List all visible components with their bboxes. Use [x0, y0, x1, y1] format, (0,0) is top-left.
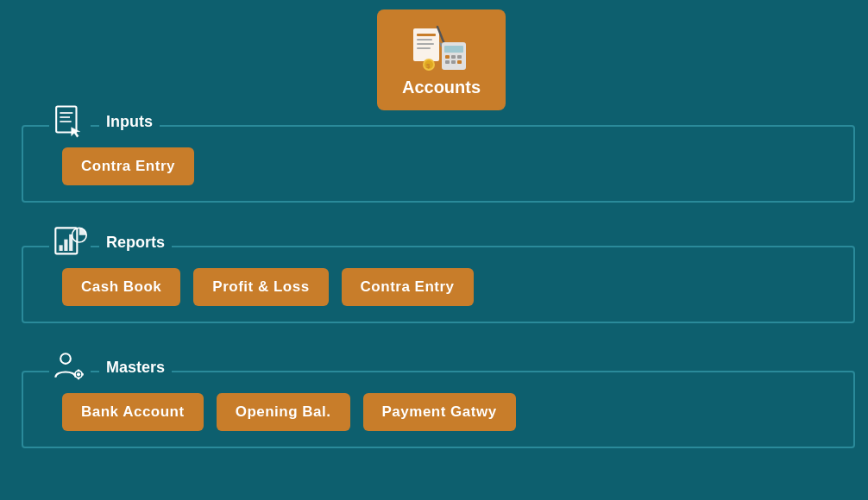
svg-rect-1 [417, 34, 436, 36]
masters-section-header: Masters [49, 355, 172, 388]
accounts-icon: $ [412, 22, 472, 74]
svg-rect-9 [445, 55, 450, 59]
svg-text:$: $ [426, 62, 431, 70]
payment-gateway-button[interactable]: Payment Gatwy [363, 393, 516, 431]
opening-bal-button[interactable]: Opening Bal. [217, 393, 350, 431]
inputs-buttons-container: Contra Entry [62, 147, 194, 185]
svg-rect-12 [445, 60, 450, 64]
svg-rect-2 [417, 39, 432, 41]
svg-rect-8 [444, 46, 463, 53]
svg-rect-31 [78, 370, 80, 372]
masters-buttons-container: Bank Account Opening Bal. Payment Gatwy [62, 393, 516, 431]
inputs-section-title: Inputs [99, 113, 160, 131]
svg-rect-4 [417, 47, 431, 49]
svg-rect-33 [73, 373, 76, 376]
reports-section-header: Reports [49, 230, 172, 263]
reports-buttons-container: Cash Book Profit & Loss Contra Entry [62, 268, 474, 306]
accounts-label: Accounts [402, 78, 481, 97]
svg-rect-32 [78, 378, 80, 380]
svg-rect-3 [417, 43, 434, 45]
svg-rect-11 [457, 55, 462, 59]
reports-section-title: Reports [99, 234, 172, 252]
bank-account-button[interactable]: Bank Account [62, 393, 204, 431]
svg-rect-13 [451, 60, 456, 64]
reports-icon [49, 222, 91, 263]
svg-point-30 [77, 372, 80, 376]
profit-loss-button[interactable]: Profit & Loss [193, 268, 328, 306]
masters-section: Masters Bank Account Opening Bal. Paymen… [22, 371, 855, 448]
svg-rect-25 [64, 240, 67, 251]
reports-section: Reports Cash Book Profit & Loss Contra E… [22, 246, 855, 323]
svg-rect-14 [457, 60, 462, 64]
accounts-header-button[interactable]: $ Accounts [377, 9, 506, 110]
masters-section-title: Masters [99, 359, 172, 377]
svg-rect-24 [60, 245, 63, 251]
cash-book-button[interactable]: Cash Book [62, 268, 180, 306]
contra-entry-report-button[interactable]: Contra Entry [342, 268, 474, 306]
svg-rect-10 [451, 55, 456, 59]
inputs-section-header: Inputs [49, 109, 160, 142]
svg-rect-34 [81, 373, 84, 376]
inputs-icon [49, 101, 91, 142]
masters-icon [49, 347, 91, 388]
inputs-section: Inputs Contra Entry [22, 125, 855, 203]
svg-point-28 [60, 353, 71, 364]
contra-entry-button[interactable]: Contra Entry [62, 147, 194, 185]
